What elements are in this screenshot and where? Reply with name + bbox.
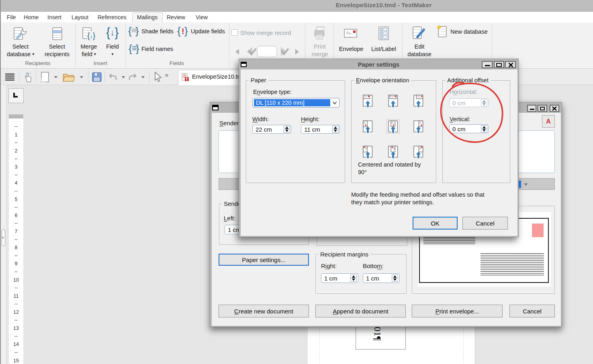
- svg-text:T: T: [186, 77, 188, 81]
